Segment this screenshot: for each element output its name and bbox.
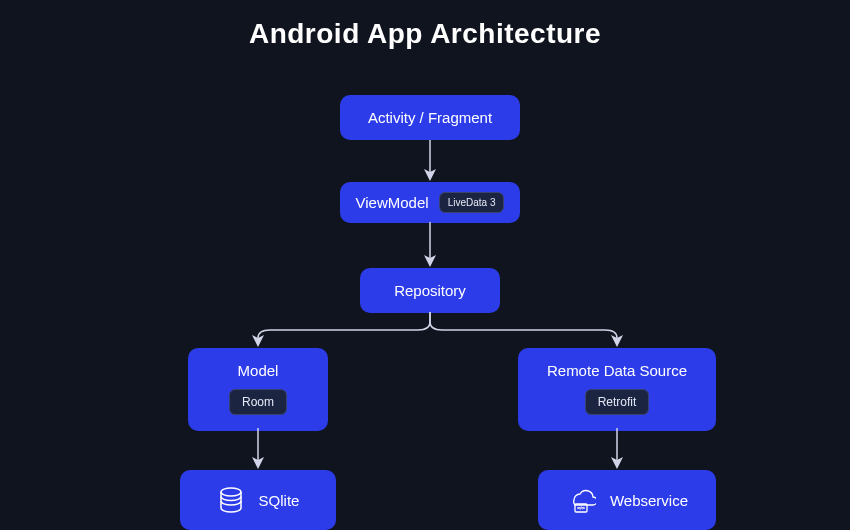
database-icon (217, 486, 245, 514)
node-sqlite: SQlite (180, 470, 336, 530)
chip-room: Room (229, 389, 287, 415)
node-label: Webservice (610, 492, 688, 509)
node-label: SQlite (259, 492, 300, 509)
node-label: Remote Data Source (547, 362, 687, 379)
node-label: Activity / Fragment (368, 109, 492, 126)
node-label: Model (238, 362, 279, 379)
connector-arrows (0, 0, 850, 530)
node-repository: Repository (360, 268, 500, 313)
node-model: Model Room (188, 348, 328, 431)
cloud-service-icon: </> (566, 486, 596, 514)
node-label: Repository (394, 282, 466, 299)
node-remote-data-source: Remote Data Source Retrofit (518, 348, 716, 431)
chip-retrofit: Retrofit (585, 389, 650, 415)
diagram-title: Android App Architecture (249, 18, 601, 50)
node-viewmodel: ViewModel LiveData 3 (340, 182, 520, 223)
node-activity-fragment: Activity / Fragment (340, 95, 520, 140)
svg-text:</>: </> (577, 505, 584, 511)
node-label: ViewModel (356, 194, 429, 211)
chip-livedata: LiveData 3 (439, 192, 505, 213)
svg-point-0 (221, 488, 241, 496)
node-webservice: </> Webservice (538, 470, 716, 530)
